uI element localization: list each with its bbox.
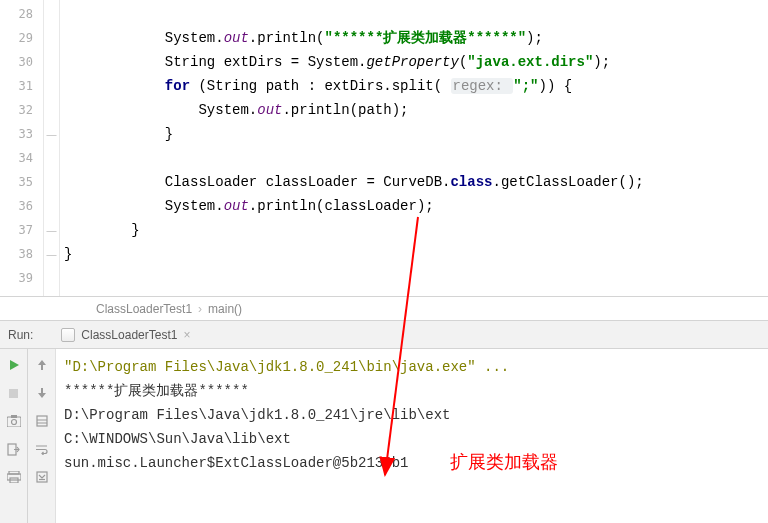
console-line: C:\WINDOWS\Sun\Java\lib\ext [64, 427, 760, 451]
line-number: 29 [0, 26, 33, 50]
console-line: D:\Program Files\Java\jdk1.8.0_241\jre\l… [64, 403, 760, 427]
fold-marker[interactable] [44, 170, 59, 194]
breadcrumb-separator: › [198, 302, 202, 316]
line-number: 31 [0, 74, 33, 98]
fold-marker[interactable] [44, 50, 59, 74]
code-line[interactable]: String extDirs = System.getProperty("jav… [64, 50, 768, 74]
code-line[interactable]: for (String path : extDirs.split( regex:… [64, 74, 768, 98]
down-arrow-icon[interactable] [32, 383, 52, 403]
code-line[interactable]: System.out.println(classLoader); [64, 194, 768, 218]
line-number: 39 [0, 266, 33, 290]
fold-marker[interactable]: — [44, 242, 59, 266]
line-number-gutter: 282930313233343536373839 [0, 0, 44, 296]
fold-marker[interactable] [44, 2, 59, 26]
close-icon[interactable]: × [183, 328, 190, 342]
svg-rect-1 [7, 417, 21, 427]
console-command: "D:\Program Files\Java\jdk1.8.0_241\bin\… [64, 355, 760, 379]
run-tool-window: "D:\Program Files\Java\jdk1.8.0_241\bin\… [0, 349, 768, 523]
breadcrumb-method[interactable]: main() [208, 302, 242, 316]
fold-marker[interactable]: — [44, 218, 59, 242]
fold-marker[interactable] [44, 266, 59, 290]
code-line[interactable] [64, 266, 768, 290]
camera-icon[interactable] [4, 411, 24, 431]
up-arrow-icon[interactable] [32, 355, 52, 375]
svg-rect-11 [37, 472, 47, 482]
exit-icon[interactable] [4, 439, 24, 459]
code-line[interactable]: } [64, 122, 768, 146]
stop-button[interactable] [4, 383, 24, 403]
run-tool-header: Run: ClassLoaderTest1 × [0, 321, 768, 349]
print-icon[interactable] [4, 467, 24, 487]
run-label: Run: [8, 328, 33, 342]
line-number: 32 [0, 98, 33, 122]
code-line[interactable]: } [64, 218, 768, 242]
line-number: 30 [0, 50, 33, 74]
rerun-button[interactable] [4, 355, 24, 375]
run-config-name[interactable]: ClassLoaderTest1 [81, 328, 177, 342]
breadcrumb-class[interactable]: ClassLoaderTest1 [96, 302, 192, 316]
run-toolbar-left [0, 349, 28, 523]
svg-rect-6 [7, 474, 21, 480]
svg-rect-0 [9, 389, 18, 398]
run-toolbar-secondary [28, 349, 56, 523]
code-content[interactable]: System.out.println("******扩展类加载器******")… [60, 0, 768, 296]
fold-marker[interactable]: — [44, 122, 59, 146]
fold-marker[interactable] [44, 74, 59, 98]
run-config-icon [61, 328, 75, 342]
scroll-end-icon[interactable] [32, 467, 52, 487]
line-number: 36 [0, 194, 33, 218]
line-number: 38 [0, 242, 33, 266]
fold-marker[interactable] [44, 26, 59, 50]
line-number: 37 [0, 218, 33, 242]
code-line[interactable] [64, 146, 768, 170]
code-line[interactable]: ClassLoader classLoader = CurveDB.class.… [64, 170, 768, 194]
code-line[interactable] [64, 2, 768, 26]
line-number: 35 [0, 170, 33, 194]
line-number: 34 [0, 146, 33, 170]
console-output[interactable]: "D:\Program Files\Java\jdk1.8.0_241\bin\… [56, 349, 768, 523]
svg-rect-8 [37, 416, 47, 426]
svg-rect-3 [11, 415, 17, 418]
console-line: sun.misc.Launcher$ExtClassLoader@5b2133b… [64, 451, 760, 475]
console-line: ******扩展类加载器****** [64, 379, 760, 403]
line-number: 28 [0, 2, 33, 26]
annotation-label: 扩展类加载器 [450, 450, 558, 474]
line-number: 33 [0, 122, 33, 146]
code-editor[interactable]: 282930313233343536373839 ——— System.out.… [0, 0, 768, 297]
fold-marker[interactable] [44, 98, 59, 122]
code-line[interactable]: System.out.println(path); [64, 98, 768, 122]
fold-marker[interactable] [44, 146, 59, 170]
code-line[interactable]: } [64, 242, 768, 266]
soft-wrap-icon[interactable] [32, 439, 52, 459]
fold-column: ——— [44, 0, 60, 296]
breadcrumb: ClassLoaderTest1 › main() [0, 297, 768, 321]
code-line[interactable]: System.out.println("******扩展类加载器******")… [64, 26, 768, 50]
fold-marker[interactable] [44, 194, 59, 218]
svg-point-2 [11, 420, 16, 425]
filter-icon[interactable] [32, 411, 52, 431]
